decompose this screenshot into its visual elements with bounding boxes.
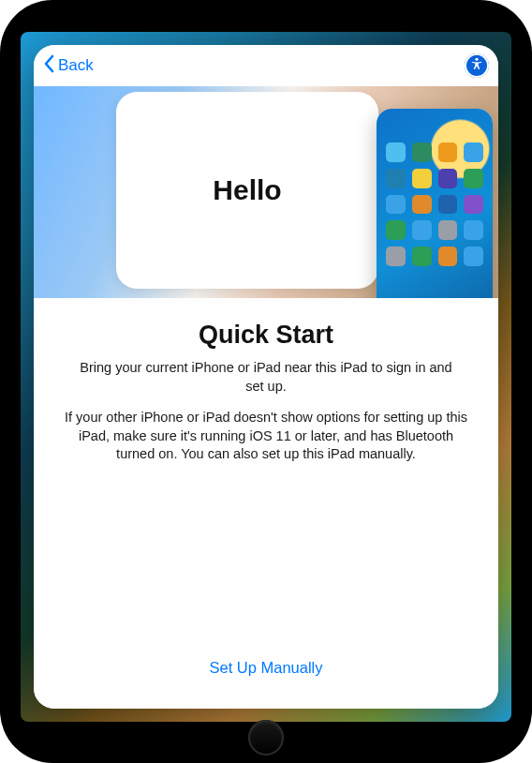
hello-text: Hello xyxy=(213,174,281,206)
ipad-frame: Back Hello Quick Start xyxy=(0,0,532,763)
app-icon xyxy=(386,247,406,266)
back-label: Back xyxy=(58,56,94,75)
back-button[interactable]: Back xyxy=(43,54,94,78)
nav-bar: Back xyxy=(34,45,498,86)
accessibility-icon xyxy=(467,54,486,77)
app-icon xyxy=(386,169,406,188)
app-icon xyxy=(464,195,483,215)
app-icon xyxy=(464,142,483,162)
phone-app-grid xyxy=(386,142,483,266)
phone-mockup xyxy=(377,109,493,298)
app-icon xyxy=(438,220,458,240)
app-icon xyxy=(386,195,406,215)
app-icon xyxy=(438,169,458,188)
app-icon xyxy=(438,195,458,215)
content-panel: Quick Start Bring your current iPhone or… xyxy=(34,298,498,709)
app-icon xyxy=(412,220,432,240)
setup-manually-button[interactable]: Set Up Manually xyxy=(209,644,322,694)
app-icon xyxy=(438,247,458,266)
app-icon xyxy=(464,220,483,240)
app-icon xyxy=(412,195,432,215)
instruction-secondary: If your other iPhone or iPad doesn't sho… xyxy=(62,409,470,464)
home-button[interactable] xyxy=(248,720,284,756)
app-icon xyxy=(412,169,432,188)
app-icon xyxy=(464,169,483,188)
app-icon xyxy=(386,142,406,162)
hello-card: Hello xyxy=(116,92,378,289)
instruction-primary: Bring your current iPhone or iPad near t… xyxy=(69,359,463,396)
app-icon xyxy=(412,142,432,162)
screen: Back Hello Quick Start xyxy=(21,32,511,722)
app-icon xyxy=(386,220,406,240)
app-icon xyxy=(438,142,458,162)
setup-sheet: Back Hello Quick Start xyxy=(34,45,498,709)
page-title: Quick Start xyxy=(199,321,333,350)
hero-area: Hello xyxy=(34,86,498,298)
chevron-left-icon xyxy=(43,54,56,78)
svg-point-1 xyxy=(475,58,478,61)
accessibility-button[interactable] xyxy=(465,53,489,78)
app-icon xyxy=(412,247,432,266)
app-icon xyxy=(464,247,483,266)
